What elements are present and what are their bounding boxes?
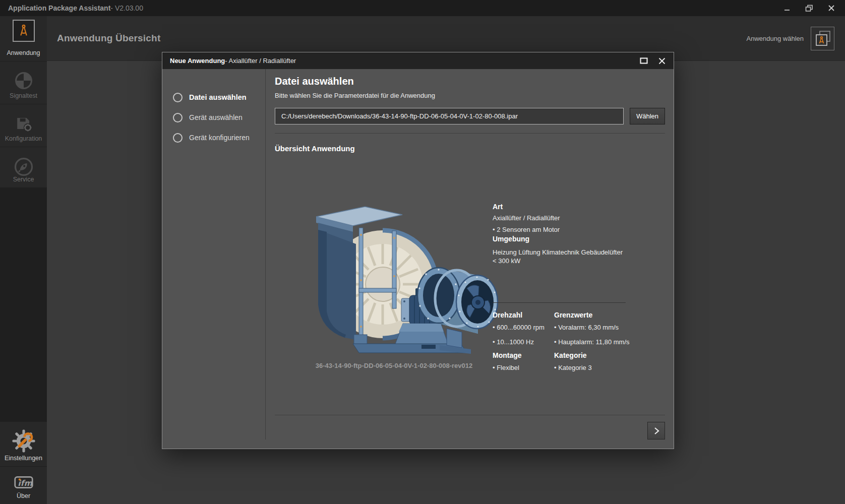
sidebar: Anwendung Signaltest (0, 16, 47, 504)
restore-icon (805, 5, 813, 12)
compass-icon (13, 20, 35, 42)
close-button[interactable] (824, 2, 839, 15)
dialog-title-subject: - Axiallüfter / Radiallüfter (225, 57, 296, 65)
detail-label: Montage (493, 351, 522, 359)
close-icon (828, 5, 835, 12)
overview-heading: Übersicht Anwendung (275, 144, 355, 153)
sidebar-item-label: Signaltest (0, 92, 47, 99)
footer-divider (275, 415, 665, 415)
steps-content-divider (265, 69, 266, 439)
ifm-logo-icon: ifm (13, 471, 35, 493)
detail-label: Kategorie (554, 351, 592, 359)
page-title: Anwendung Übersicht (57, 33, 160, 44)
sidebar-item-ueber[interactable]: ifm Über (0, 467, 47, 504)
step-label: Datei auswählen (189, 93, 247, 101)
sidebar-item-label: Konfiguration (0, 135, 47, 142)
dialog-maximize-button[interactable] (637, 55, 650, 67)
sidebar-item-anwendung[interactable]: Anwendung (0, 16, 47, 61)
restore-button[interactable] (802, 2, 817, 15)
detail-label: Grenzwerte (554, 311, 630, 319)
step-datei-auswaehlen[interactable]: Datei auswählen (173, 91, 261, 103)
detail-value: • 600...60000 rpm (493, 323, 545, 332)
detail-kategorie: Kategorie • Kategorie 3 (554, 351, 592, 372)
choose-file-button[interactable]: Wählen (630, 108, 665, 124)
sidebar-item-label: Einstellungen (0, 455, 47, 462)
close-icon (658, 57, 666, 65)
step-geraet-auswaehlen[interactable]: Gerät auswählen (173, 111, 261, 123)
sidebar-item-signaltest[interactable]: Signaltest (0, 61, 47, 104)
sidebar-item-konfiguration[interactable]: Konfiguration (0, 104, 47, 147)
detail-drehzahl: Drehzahl • 600...60000 rpm • 10...1000 H… (493, 311, 545, 346)
window-title: Application Package Assistant (8, 4, 110, 12)
detail-umgebung: Umgebung Heizung Lüftung Klimatechnik Ge… (493, 235, 623, 265)
stacked-compass-icon (814, 30, 831, 47)
step-circle-icon (173, 93, 183, 102)
content-heading: Datei auswählen (275, 76, 354, 87)
maximize-icon (640, 57, 648, 64)
rocket-circle-icon (12, 155, 35, 178)
step-circle-icon (173, 133, 183, 143)
content-subtitle: Bitte wählen Sie die Parameterdatei für … (275, 92, 435, 99)
detail-value: • Kategorie 3 (554, 363, 592, 372)
fan-image-caption: 36-43-14-90-ftp-DD-06-05-04-0V-1-02-80-0… (289, 362, 499, 369)
fan-image (289, 200, 499, 358)
dialog-titlebar: Neue Anwendung - Axiallüfter / Radiallüf… (162, 52, 674, 69)
save-gear-icon (13, 112, 35, 135)
choose-application-button[interactable] (811, 27, 834, 50)
detail-label: Drehzahl (493, 311, 545, 319)
detail-value: Axiallüfter / Radiallüfter (493, 214, 560, 222)
detail-value: • Hauptalarm: 11,80 mm/s (554, 338, 630, 346)
gear-wrench-icon (11, 428, 37, 454)
application-window: Application Package Assistant - V2.03.00… (0, 0, 845, 504)
details-divider (493, 302, 626, 303)
file-path-input[interactable] (275, 108, 624, 124)
dialog-close-button[interactable] (655, 55, 669, 67)
detail-value: • 10...1000 Hz (493, 338, 545, 346)
sidebar-item-label: Anwendung (0, 49, 47, 56)
dialog-title: Neue Anwendung (170, 57, 225, 65)
wizard-steps: Datei auswählen Gerät auswählen Gerät ko… (162, 69, 265, 449)
detail-value: Heizung Lüftung Klimatechnik Gebäudelüft… (493, 248, 623, 265)
detail-art: Art Axiallüfter / Radiallüfter • 2 Senso… (493, 203, 560, 234)
minimize-button[interactable] (779, 2, 795, 15)
sidebar-item-label: Service (0, 176, 47, 183)
sidebar-item-service[interactable]: Service (0, 147, 47, 187)
detail-value: • Flexibel (493, 363, 522, 372)
sidebar-item-einstellungen[interactable]: Einstellungen (0, 422, 47, 466)
new-application-dialog: Neue Anwendung - Axiallüfter / Radiallüf… (162, 52, 674, 449)
step-label: Gerät konfigurieren (189, 134, 250, 142)
detail-value: • 2 Sensoren am Motor (493, 225, 560, 234)
detail-label: Umgebung (493, 235, 623, 243)
step-geraet-konfigurieren[interactable]: Gerät konfigurieren (173, 132, 261, 144)
step-circle-icon (173, 113, 183, 122)
detail-value: • Voralarm: 6,30 mm/s (554, 323, 630, 332)
window-titlebar: Application Package Assistant - V2.03.00 (0, 0, 845, 16)
detail-grenzwerte: Grenzwerte • Voralarm: 6,30 mm/s • Haupt… (554, 311, 630, 346)
chevron-right-icon (652, 426, 660, 435)
minimize-icon (783, 5, 791, 12)
step-label: Gerät auswählen (189, 113, 243, 121)
detail-label: Art (493, 203, 560, 211)
sidebar-item-label: Über (0, 492, 47, 499)
signal-target-icon (13, 70, 35, 92)
window-title-version: - V2.03.00 (110, 4, 143, 12)
detail-montage: Montage • Flexibel (493, 351, 522, 372)
section-divider (275, 133, 665, 134)
next-step-button[interactable] (647, 422, 665, 439)
choose-application-label: Anwendung wählen (747, 35, 804, 42)
